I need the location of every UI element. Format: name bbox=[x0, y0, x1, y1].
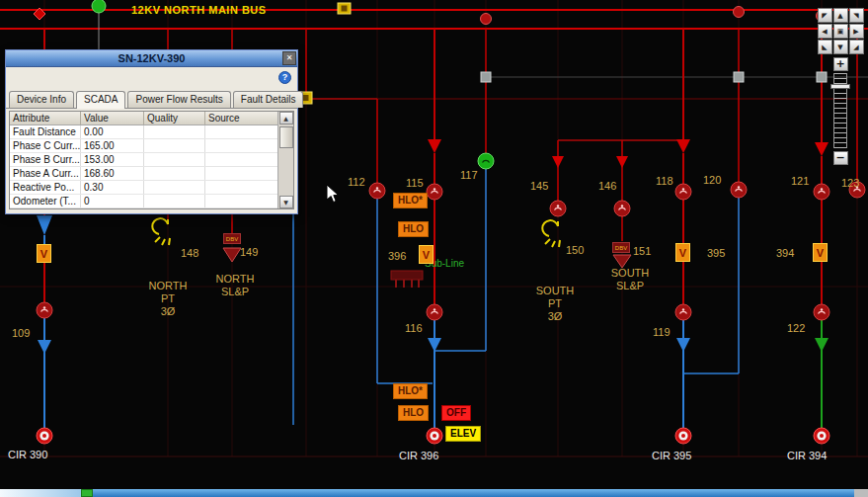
device-dialog: SN-12KV-390 ✕ ? Device Info SCADA Power … bbox=[5, 49, 298, 214]
bus-title: 12KV NORTH MAIN BUS bbox=[131, 4, 267, 16]
device-145[interactable] bbox=[550, 201, 566, 216]
column-header-attribute[interactable]: Attribute bbox=[10, 112, 81, 124]
table-row[interactable]: Phase B Curr... 153.00 bbox=[10, 153, 293, 167]
badge-hlo-115[interactable]: HLO bbox=[398, 221, 429, 237]
device-122[interactable] bbox=[814, 304, 829, 320]
switch-350[interactable] bbox=[338, 3, 351, 14]
table-row[interactable]: Odometer (T... 0 bbox=[10, 195, 293, 208]
table-row[interactable]: Reactive Po... 0.30 bbox=[10, 181, 293, 195]
pan-up-left-icon[interactable]: ◤ bbox=[818, 8, 832, 23]
table-header-row: Attribute Value Quality Source bbox=[10, 112, 293, 125]
column-header-value[interactable]: Value bbox=[81, 112, 144, 124]
pan-left-icon[interactable]: ◀ bbox=[818, 24, 832, 39]
regulator-395[interactable]: V bbox=[675, 243, 690, 262]
zoom-slider-thumb[interactable] bbox=[830, 84, 850, 89]
pan-right-icon[interactable]: ▶ bbox=[849, 24, 864, 39]
zoom-slider[interactable] bbox=[833, 73, 847, 148]
scroll-down-icon[interactable]: ▼ bbox=[279, 196, 293, 208]
fault-indicator-396[interactable] bbox=[391, 271, 423, 288]
zoom-in-button[interactable]: + bbox=[833, 57, 848, 71]
node-label-123: 123 bbox=[841, 177, 859, 190]
cell-value: 0 bbox=[81, 195, 144, 207]
node-label-120: 120 bbox=[703, 174, 721, 187]
circuit-label-395: CIR 395 bbox=[652, 450, 691, 461]
badge-hlo-star-396[interactable]: HLO* bbox=[393, 383, 428, 399]
tab-power-flow-results[interactable]: Power Flow Results bbox=[127, 91, 230, 108]
flow-arrow-icon bbox=[616, 156, 628, 168]
breaker-cir-396[interactable] bbox=[427, 428, 442, 444]
regulator-394[interactable]: V bbox=[813, 243, 828, 262]
scrollbar-thumb[interactable] bbox=[279, 126, 293, 148]
breaker-cir-395[interactable] bbox=[675, 428, 691, 444]
device-117[interactable] bbox=[478, 153, 494, 169]
circuit-label-390: CIR 390 bbox=[8, 449, 47, 460]
device-115[interactable] bbox=[427, 184, 442, 200]
device-121[interactable] bbox=[814, 184, 829, 200]
section-label-north-slp: NORTH SL&P bbox=[211, 273, 259, 298]
slp-transformer-149[interactable] bbox=[223, 248, 241, 262]
pt-coil-148[interactable] bbox=[152, 218, 170, 245]
tie-lines bbox=[293, 54, 868, 425]
device-146[interactable] bbox=[614, 201, 630, 216]
dbv-device-151[interactable]: DBV bbox=[612, 242, 630, 253]
badge-hlo-396[interactable]: HLO bbox=[398, 405, 429, 421]
zoom-out-button[interactable]: − bbox=[833, 151, 848, 165]
device-118[interactable] bbox=[675, 184, 691, 200]
table-row[interactable]: Phase A Curr... 168.60 bbox=[10, 167, 293, 181]
breaker-cir-394[interactable] bbox=[814, 428, 829, 444]
node-label-118: 118 bbox=[656, 175, 673, 188]
badge-off[interactable]: OFF bbox=[441, 405, 471, 421]
cell-attribute: Phase C Curr... bbox=[10, 139, 81, 152]
dialog-title: SN-12KV-390 bbox=[118, 52, 186, 64]
device-109[interactable] bbox=[37, 302, 52, 318]
pan-center-icon[interactable]: ▣ bbox=[833, 24, 848, 39]
cell-source bbox=[205, 153, 276, 166]
table-row[interactable]: Phase C Curr... 165.00 bbox=[10, 139, 293, 153]
column-header-quality[interactable]: Quality bbox=[144, 112, 205, 124]
pan-down-right-icon[interactable]: ◢ bbox=[849, 40, 864, 54]
regulator-390[interactable]: V bbox=[37, 244, 51, 263]
device-116[interactable] bbox=[427, 304, 442, 320]
regulator-396[interactable]: V bbox=[419, 245, 434, 264]
column-header-source[interactable]: Source bbox=[205, 112, 276, 124]
badge-elev[interactable]: ELEV bbox=[445, 426, 481, 442]
dbv-device-149[interactable]: DBV bbox=[223, 233, 241, 244]
bus-device-748[interactable] bbox=[734, 7, 745, 18]
badge-hlo-star-115[interactable]: HLO* bbox=[393, 193, 428, 208]
cell-attribute: Phase A Curr... bbox=[10, 167, 81, 180]
feeder-south-slp bbox=[616, 140, 628, 241]
flow-arrow-icon bbox=[428, 139, 441, 153]
tab-scada[interactable]: SCADA bbox=[76, 91, 125, 109]
scroll-up-icon[interactable]: ▲ bbox=[279, 112, 293, 124]
cell-source bbox=[205, 167, 276, 180]
node-label-122: 122 bbox=[787, 322, 805, 335]
cell-attribute: Reactive Po... bbox=[10, 181, 81, 194]
flow-arrow-icon bbox=[552, 156, 564, 168]
table-scrollbar[interactable]: ▲ ▼ bbox=[277, 112, 293, 208]
device-120[interactable] bbox=[731, 182, 747, 198]
pan-up-right-icon[interactable]: ◥ bbox=[849, 8, 864, 23]
pt-coil-150[interactable] bbox=[542, 220, 560, 247]
scada-oneline-canvas: 12KV NORTH MAIN BUS 109 112 115 116 117 … bbox=[0, 0, 868, 497]
bus-device-492[interactable] bbox=[481, 14, 492, 25]
bottom-bar-corner bbox=[854, 489, 868, 497]
help-icon[interactable]: ? bbox=[278, 71, 291, 84]
pan-up-icon[interactable]: ▲ bbox=[833, 8, 848, 23]
dialog-titlebar[interactable]: SN-12KV-390 ✕ bbox=[6, 50, 297, 67]
close-icon[interactable]: ✕ bbox=[282, 51, 296, 65]
bottom-bar-green-marker bbox=[81, 489, 93, 497]
tab-fault-details[interactable]: Fault Details bbox=[233, 91, 304, 108]
device-112[interactable] bbox=[369, 183, 385, 199]
feeder-112 bbox=[377, 99, 433, 383]
bottom-bar-track[interactable] bbox=[93, 489, 854, 497]
flow-arrow-icon bbox=[676, 338, 690, 352]
device-119[interactable] bbox=[675, 304, 691, 320]
bus-device-green[interactable] bbox=[92, 0, 106, 13]
breaker-cir-390[interactable] bbox=[37, 428, 52, 444]
table-row[interactable]: Fault Distance 0.00 bbox=[10, 125, 293, 139]
pan-down-left-icon[interactable]: ◣ bbox=[818, 40, 832, 54]
dialog-tabs: Device Info SCADA Power Flow Results Fau… bbox=[6, 91, 297, 109]
feeder-120 bbox=[683, 29, 739, 373]
tab-device-info[interactable]: Device Info bbox=[9, 91, 74, 108]
pan-down-icon[interactable]: ▼ bbox=[833, 40, 848, 54]
